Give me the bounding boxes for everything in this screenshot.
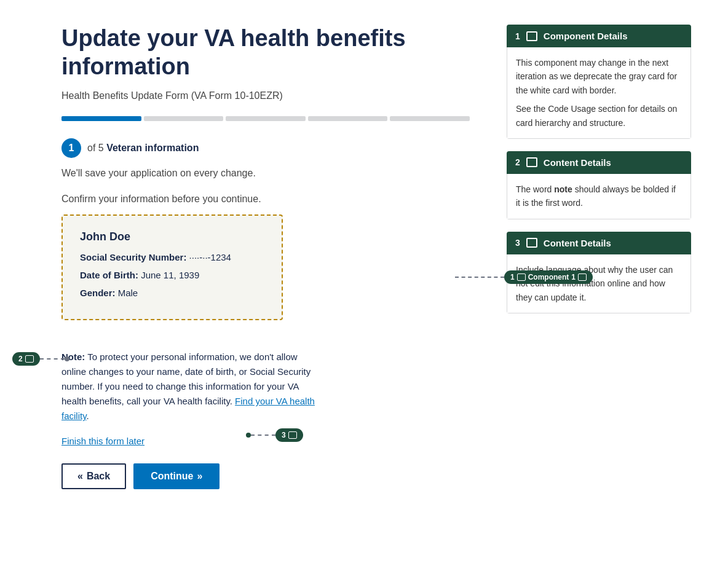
confirm-note: Confirm your information before you cont… bbox=[61, 194, 470, 205]
badge2-icon bbox=[25, 355, 34, 363]
step-text: of 5 Veteran information bbox=[87, 143, 199, 154]
badge-3-area: 3 bbox=[246, 428, 303, 442]
ssn-label: Social Security Number: bbox=[80, 252, 186, 262]
continue-button[interactable]: Continue » bbox=[133, 463, 220, 489]
badge-2: 2 bbox=[12, 352, 40, 366]
dob-value: June 11, 1939 bbox=[141, 270, 199, 280]
sidebar-card-1-para-1: This component may change in the next it… bbox=[516, 56, 682, 97]
autosave-note: We'll save your application on every cha… bbox=[61, 168, 470, 179]
progress-segment-2 bbox=[144, 116, 224, 121]
section-label: Veteran information bbox=[106, 143, 199, 153]
back-label: Back bbox=[87, 471, 110, 482]
sidebar-card-2-body: The word note should always be bolded if… bbox=[507, 174, 691, 219]
page-title: Update your VA health benefits informati… bbox=[61, 25, 470, 81]
badge-2-area: 2 bbox=[12, 352, 69, 366]
sidebar-card-2-title: Content Details bbox=[544, 157, 611, 168]
progress-segment-4 bbox=[308, 116, 388, 121]
sidebar-card-2-header: 2 Content Details bbox=[507, 151, 691, 174]
dob-field: Date of Birth: June 11, 1939 bbox=[80, 269, 264, 281]
continue-chevron-icon: » bbox=[197, 471, 202, 482]
sidebar-card-2-icon bbox=[526, 157, 537, 167]
sidebar-card-1-icon bbox=[526, 31, 537, 41]
sidebar-card-3-title: Content Details bbox=[544, 238, 611, 248]
component-icon bbox=[517, 273, 526, 281]
step-indicator: 1 of 5 Veteran information bbox=[61, 138, 470, 158]
back-chevron-icon: « bbox=[77, 471, 83, 482]
gender-field: Gender: Male bbox=[80, 286, 264, 299]
progress-segment-3 bbox=[226, 116, 306, 121]
sidebar-card-3-icon bbox=[526, 238, 537, 248]
component-icon-2 bbox=[578, 273, 587, 281]
sidebar-card-1-para-2: See the Code Usage section for details o… bbox=[516, 102, 682, 130]
continue-label: Continue bbox=[151, 471, 193, 482]
sidebar-card-3-header: 3 Content Details bbox=[507, 232, 691, 254]
sidebar-card-2-para-1: The word note should always be bolded if… bbox=[516, 183, 682, 210]
progress-segment-1 bbox=[61, 116, 141, 121]
veteran-name: John Doe bbox=[80, 230, 264, 243]
sidebar-card-1-title: Component Details bbox=[544, 31, 628, 41]
progress-bar bbox=[61, 116, 470, 121]
step-circle: 1 bbox=[61, 138, 81, 158]
ssn-value: ····-··-1234 bbox=[189, 252, 231, 262]
ssn-field: Social Security Number: ····-··-1234 bbox=[80, 251, 264, 264]
dob-label: Date of Birth: bbox=[80, 270, 138, 280]
progress-segment-5 bbox=[390, 116, 470, 121]
note-section: Note: To protect your personal informati… bbox=[61, 350, 320, 423]
sidebar-card-1-body: This component may change in the next it… bbox=[507, 47, 691, 139]
form-subtitle: Health Benefits Update Form (VA Form 10-… bbox=[61, 90, 470, 101]
badge-3: 3 bbox=[275, 428, 303, 442]
badge3-icon bbox=[288, 431, 297, 439]
veteran-info-card: John Doe Social Security Number: ····-··… bbox=[61, 214, 283, 320]
gender-label: Gender: bbox=[80, 288, 116, 298]
sidebar-card-2: 2 Content Details The word note should a… bbox=[507, 151, 691, 219]
sidebar-card-1: 1 Component Details This component may c… bbox=[507, 25, 691, 139]
badge-1-component: 1 Component 1 bbox=[504, 270, 593, 284]
button-row: « Back Continue » bbox=[61, 463, 470, 489]
back-button[interactable]: « Back bbox=[61, 463, 126, 489]
gender-value: Male bbox=[118, 288, 138, 298]
sidebar: 1 Component Details This component may c… bbox=[507, 25, 691, 489]
sidebar-card-1-header: 1 Component Details bbox=[507, 25, 691, 47]
